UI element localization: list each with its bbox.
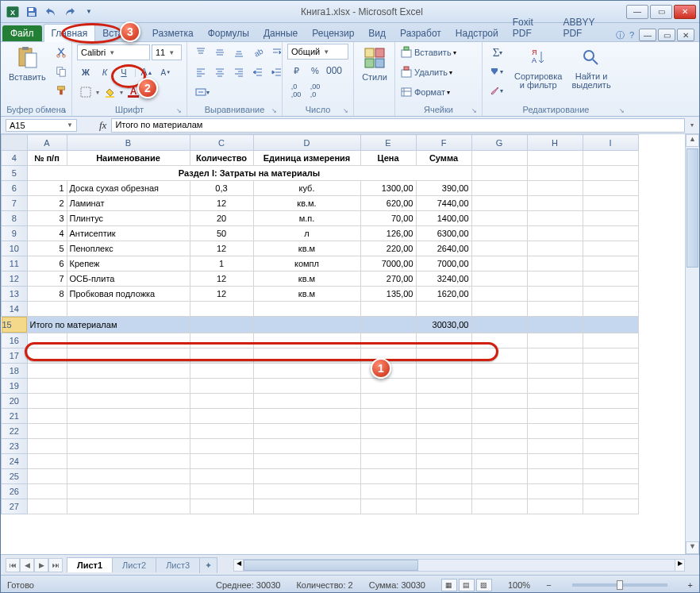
header-price[interactable]: Цена — [360, 151, 416, 166]
colhdr-C[interactable]: C — [190, 135, 253, 151]
colhdr-B[interactable]: B — [67, 135, 190, 151]
minimize-button[interactable]: — — [626, 5, 648, 19]
fill-color-icon[interactable] — [101, 83, 118, 101]
paste-button[interactable]: Вставить — [6, 44, 49, 83]
tab-home[interactable]: Главная — [44, 24, 96, 42]
row-15[interactable]: 15 Итого по материалам 30030,00 — [2, 317, 639, 333]
tab-abbyy[interactable]: ABBYY PDF — [556, 13, 615, 41]
redo-icon[interactable] — [61, 4, 79, 20]
row-7[interactable]: 72Ламинат12кв.м.620,007440,00 — [2, 196, 639, 211]
row-21[interactable]: 21 — [2, 409, 639, 424]
row-13[interactable]: 138Пробковая подложка12кв.м135,001620,00 — [2, 287, 639, 302]
sheet-tab-new[interactable]: ✦ — [199, 557, 217, 573]
underline-button[interactable]: Ч — [115, 64, 133, 81]
colhdr-D[interactable]: D — [253, 135, 360, 151]
header-name[interactable]: Наименование — [67, 151, 190, 166]
doc-restore-button[interactable]: ▭ — [658, 29, 675, 41]
tab-review[interactable]: Рецензир — [305, 25, 361, 41]
view-pagebreak-icon[interactable]: ▧ — [476, 579, 492, 591]
zoom-slider[interactable] — [572, 583, 667, 587]
row-22[interactable]: 22 — [2, 424, 639, 439]
italic-button[interactable]: К — [96, 64, 113, 81]
save-icon[interactable] — [23, 4, 40, 20]
row-25[interactable]: 25 — [2, 469, 639, 484]
row-26[interactable]: 26 — [2, 484, 639, 499]
sheet-nav-next-icon[interactable]: ▶ — [34, 558, 48, 572]
header-sum[interactable]: Сумма — [416, 151, 471, 166]
row-19[interactable]: 19 — [2, 379, 639, 394]
decrease-decimal-icon[interactable]: ,00,0 — [306, 82, 324, 99]
row-18[interactable]: 18 — [2, 364, 639, 379]
row-20[interactable]: 20 — [2, 394, 639, 409]
sheet-tab-2[interactable]: Лист2 — [112, 557, 156, 572]
scroll-left-icon[interactable]: ◀ — [234, 560, 244, 571]
tab-foxit[interactable]: Foxit PDF — [506, 13, 556, 41]
colhdr-F[interactable]: F — [416, 135, 471, 151]
header-qty[interactable]: Количество — [190, 151, 253, 166]
fx-icon[interactable]: fx — [99, 119, 106, 132]
colhdr-I[interactable]: I — [583, 135, 638, 151]
view-normal-icon[interactable]: ▦ — [441, 579, 457, 591]
fill-icon[interactable]: ▾ — [487, 63, 505, 80]
row-24[interactable]: 24 — [2, 454, 639, 469]
minimize-ribbon-icon[interactable]: ⓘ — [616, 29, 625, 41]
sheet-tab-3[interactable]: Лист3 — [156, 557, 200, 572]
total-label[interactable]: Итого по материалам — [27, 317, 190, 333]
align-left-icon[interactable] — [192, 64, 210, 81]
tab-data[interactable]: Данные — [256, 25, 305, 41]
hscroll-thumb[interactable] — [244, 560, 418, 571]
undo-icon[interactable] — [42, 4, 60, 20]
sheet-tab-1[interactable]: Лист1 — [67, 557, 113, 572]
number-format-select[interactable]: Общий▼ — [287, 44, 348, 60]
select-all-corner[interactable] — [2, 135, 28, 151]
row-23[interactable]: 23 — [2, 439, 639, 454]
row-4[interactable]: 4 № п/п Наименование Количество Единица … — [2, 151, 639, 166]
horizontal-scrollbar[interactable]: ◀ ▶ — [233, 559, 685, 572]
spreadsheet-grid[interactable]: A B C D E F G H I 4 № п/п Наименование К… — [1, 134, 639, 514]
close-button[interactable]: ✕ — [674, 5, 696, 19]
align-top-icon[interactable] — [192, 44, 210, 61]
header-unit[interactable]: Единица измерения — [253, 151, 360, 166]
tab-layout[interactable]: Разметка — [145, 25, 201, 41]
formula-input[interactable]: Итого по материалам — [111, 118, 685, 133]
colhdr-E[interactable]: E — [360, 135, 416, 151]
scroll-up-icon[interactable]: ▲ — [686, 134, 699, 147]
shrink-font-icon[interactable]: A▼ — [157, 64, 175, 81]
row-17[interactable]: 17 — [2, 348, 639, 364]
format-cells-button[interactable]: Формат▾ — [400, 83, 450, 101]
colhdr-H[interactable]: H — [527, 135, 583, 151]
format-painter-icon[interactable] — [52, 82, 70, 99]
qat-more-icon[interactable]: ▼ — [80, 4, 98, 20]
increase-decimal-icon[interactable]: ,0,00 — [287, 82, 305, 99]
tab-developer[interactable]: Разработ — [393, 25, 448, 41]
borders-icon[interactable] — [77, 83, 94, 101]
styles-button[interactable]: Стили — [359, 44, 390, 83]
sheet-nav-prev-icon[interactable]: ◀ — [20, 558, 34, 572]
file-tab[interactable]: Файл — [2, 25, 42, 41]
percent-icon[interactable]: % — [306, 62, 324, 79]
row-11[interactable]: 116Крепеж1компл7000,007000,00 — [2, 256, 639, 271]
section-title[interactable]: Раздел I: Затраты на материалы — [27, 166, 471, 181]
scroll-thumb[interactable] — [687, 148, 698, 268]
align-center-icon[interactable] — [211, 64, 229, 81]
align-right-icon[interactable] — [230, 64, 248, 81]
zoom-in-icon[interactable]: + — [688, 580, 693, 590]
vertical-scrollbar[interactable]: ▲ ▼ — [685, 134, 699, 554]
merge-cells-icon[interactable]: ▾ — [192, 83, 213, 101]
row-9[interactable]: 94Антисептик50л126,006300,00 — [2, 226, 639, 241]
clear-icon[interactable]: ▾ — [487, 82, 505, 99]
align-middle-icon[interactable] — [211, 44, 229, 61]
delete-cells-button[interactable]: Удалить▾ — [400, 64, 452, 81]
cut-icon[interactable] — [52, 44, 70, 61]
sheet-nav-first-icon[interactable]: ⏮ — [6, 558, 20, 572]
align-bottom-icon[interactable] — [230, 44, 248, 61]
scroll-right-icon[interactable]: ▶ — [675, 560, 684, 571]
total-sum[interactable]: 30030,00 — [416, 317, 471, 333]
colhdr-G[interactable]: G — [471, 135, 527, 151]
tab-addins[interactable]: Надстрой — [448, 25, 506, 41]
sheet-nav-last-icon[interactable]: ⏭ — [48, 558, 63, 572]
header-number[interactable]: № п/п — [27, 151, 67, 166]
row-5[interactable]: 5 Раздел I: Затраты на материалы — [2, 166, 639, 181]
decrease-indent-icon[interactable] — [249, 64, 267, 81]
insert-cells-button[interactable]: Вставить▾ — [400, 44, 456, 61]
